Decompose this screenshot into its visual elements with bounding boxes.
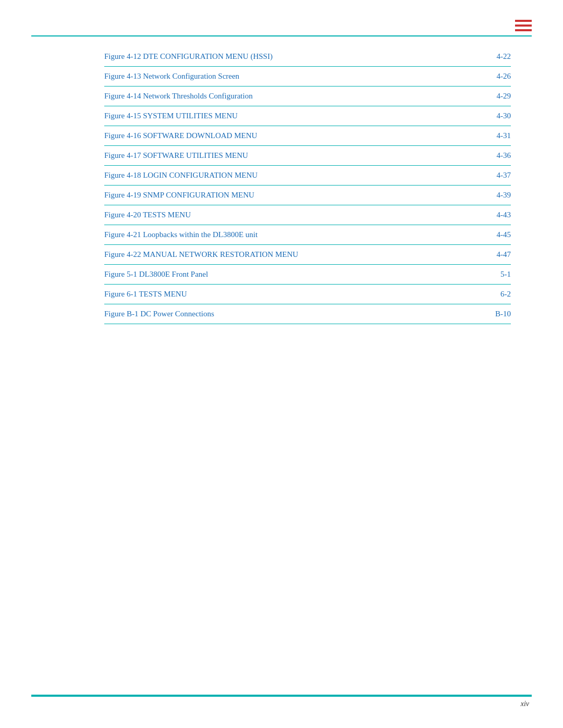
toc-entry-label[interactable]: Figure 4-17 SOFTWARE UTILITIES MENU bbox=[104, 151, 485, 160]
figure-number: Figure 4-18 LOGIN CONFIGURATION MENU bbox=[104, 171, 258, 179]
page-number: xiv bbox=[521, 700, 529, 708]
toc-entry-label[interactable]: Figure 4-20 TESTS MENU bbox=[104, 211, 485, 219]
menu-icon-line-2 bbox=[515, 24, 532, 27]
toc-entry-label[interactable]: Figure 4-13 Network Configuration Screen bbox=[104, 72, 485, 81]
toc-entry-label[interactable]: Figure 6-1 TESTS MENU bbox=[104, 290, 485, 299]
toc-entry[interactable]: Figure 4-21 Loopbacks within the DL3800E… bbox=[104, 225, 511, 245]
figure-number: Figure 4-13 Network Configuration Screen bbox=[104, 72, 239, 80]
menu-icon-line-1 bbox=[515, 20, 532, 22]
toc-entry[interactable]: Figure 4-12 DTE CONFIGURATION MENU (HSSI… bbox=[104, 47, 511, 67]
toc-entry[interactable]: Figure 5-1 DL3800E Front Panel5-1 bbox=[104, 265, 511, 285]
figure-number: Figure 4-12 DTE CONFIGURATION MENU (HSSI… bbox=[104, 52, 273, 60]
toc-page-number: 4-37 bbox=[485, 171, 511, 180]
toc-page-number: 4-47 bbox=[485, 250, 511, 259]
toc-entry[interactable]: Figure 4-22 MANUAL NETWORK RESTORATION M… bbox=[104, 245, 511, 265]
page: Figure 4-12 DTE CONFIGURATION MENU (HSSI… bbox=[0, 0, 563, 728]
figure-number: Figure 4-16 SOFTWARE DOWNLOAD MENU bbox=[104, 131, 257, 140]
figure-number: Figure 4-14 Network Thresholds Configura… bbox=[104, 92, 253, 100]
figure-number: Figure B-1 DC Power Connections bbox=[104, 310, 214, 318]
toc-page-number: 6-2 bbox=[485, 290, 511, 299]
toc-entry-label[interactable]: Figure 4-21 Loopbacks within the DL3800E… bbox=[104, 230, 485, 239]
figure-number: Figure 4-17 SOFTWARE UTILITIES MENU bbox=[104, 151, 248, 159]
toc-page-number: 4-31 bbox=[485, 131, 511, 140]
toc-entry[interactable]: Figure 4-19 SNMP CONFIGURATION MENU4-39 bbox=[104, 186, 511, 205]
toc-entry[interactable]: Figure 6-1 TESTS MENU6-2 bbox=[104, 285, 511, 304]
toc-entry-label[interactable]: Figure 4-15 SYSTEM UTILITIES MENU bbox=[104, 112, 485, 120]
toc-page-number: 5-1 bbox=[485, 270, 511, 279]
toc-page-number: B-10 bbox=[485, 310, 511, 318]
menu-icon-line-3 bbox=[515, 29, 532, 31]
toc-entry-label[interactable]: Figure 4-12 DTE CONFIGURATION MENU (HSSI… bbox=[104, 52, 485, 61]
toc-page-number: 4-30 bbox=[485, 112, 511, 120]
menu-icon bbox=[515, 20, 532, 31]
toc-entry[interactable]: Figure 4-13 Network Configuration Screen… bbox=[104, 67, 511, 87]
figure-number: Figure 6-1 TESTS MENU bbox=[104, 290, 187, 298]
toc-entry-label[interactable]: Figure 4-14 Network Thresholds Configura… bbox=[104, 92, 485, 101]
figure-number: Figure 4-19 SNMP CONFIGURATION MENU bbox=[104, 191, 254, 199]
toc-page-number: 4-43 bbox=[485, 211, 511, 219]
toc-entry-label[interactable]: Figure 5-1 DL3800E Front Panel bbox=[104, 270, 485, 279]
toc-entry[interactable]: Figure 4-18 LOGIN CONFIGURATION MENU4-37 bbox=[104, 166, 511, 186]
figure-number: Figure 5-1 DL3800E Front Panel bbox=[104, 270, 208, 278]
toc-entry-label[interactable]: Figure 4-22 MANUAL NETWORK RESTORATION M… bbox=[104, 250, 485, 259]
figure-number: Figure 4-21 Loopbacks within the DL3800E… bbox=[104, 230, 258, 239]
toc-entry-label[interactable]: Figure B-1 DC Power Connections bbox=[104, 310, 485, 318]
figure-number: Figure 4-22 MANUAL NETWORK RESTORATION M… bbox=[104, 250, 298, 258]
toc-entry-label[interactable]: Figure 4-16 SOFTWARE DOWNLOAD MENU bbox=[104, 131, 485, 140]
toc-page-number: 4-45 bbox=[485, 230, 511, 239]
bottom-bar bbox=[31, 695, 532, 697]
toc-page-number: 4-39 bbox=[485, 191, 511, 200]
toc-entry[interactable]: Figure 4-14 Network Thresholds Configura… bbox=[104, 87, 511, 106]
toc-page-number: 4-22 bbox=[485, 52, 511, 61]
toc-entry[interactable]: Figure 4-15 SYSTEM UTILITIES MENU4-30 bbox=[104, 106, 511, 126]
toc-content: Figure 4-12 DTE CONFIGURATION MENU (HSSI… bbox=[104, 47, 511, 324]
toc-entry[interactable]: Figure 4-20 TESTS MENU4-43 bbox=[104, 205, 511, 225]
figure-number: Figure 4-15 SYSTEM UTILITIES MENU bbox=[104, 112, 238, 120]
toc-entry[interactable]: Figure 4-17 SOFTWARE UTILITIES MENU4-36 bbox=[104, 146, 511, 166]
toc-page-number: 4-36 bbox=[485, 151, 511, 160]
toc-entry[interactable]: Figure 4-16 SOFTWARE DOWNLOAD MENU4-31 bbox=[104, 126, 511, 146]
toc-entry[interactable]: Figure B-1 DC Power ConnectionsB-10 bbox=[104, 304, 511, 324]
toc-entry-label[interactable]: Figure 4-19 SNMP CONFIGURATION MENU bbox=[104, 191, 485, 200]
toc-entry-label[interactable]: Figure 4-18 LOGIN CONFIGURATION MENU bbox=[104, 171, 485, 180]
toc-page-number: 4-26 bbox=[485, 72, 511, 81]
toc-page-number: 4-29 bbox=[485, 92, 511, 101]
figure-number: Figure 4-20 TESTS MENU bbox=[104, 211, 191, 219]
top-bar bbox=[31, 35, 532, 36]
